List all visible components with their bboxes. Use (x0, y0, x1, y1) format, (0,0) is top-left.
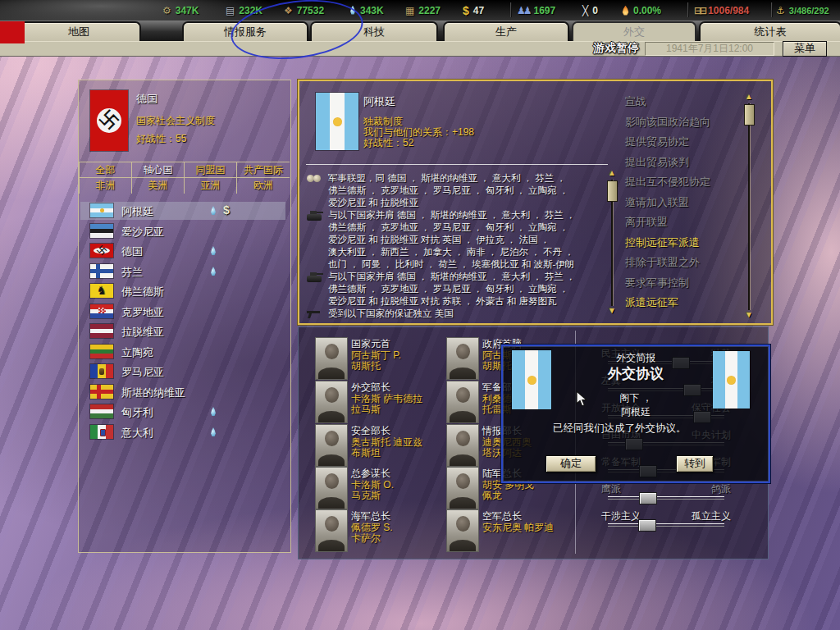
country-row-lithuania[interactable]: 立陶宛 (80, 343, 285, 361)
filter-asia[interactable]: 亚洲 (184, 177, 236, 194)
croatia-flag (90, 304, 113, 318)
minister-portrait[interactable] (446, 509, 479, 552)
main-tab-bar: 地图 情报服务 科技 生产 外交 统计表 (0, 21, 840, 41)
minister-portrait[interactable] (315, 337, 348, 380)
scroll-up-icon[interactable]: ▲ (743, 92, 755, 102)
action-send-expeditionary[interactable]: 派遣远征军 (625, 295, 748, 310)
tab-statistics[interactable]: 统计表 (699, 21, 840, 41)
relations-line: 爱沙尼亚 和 拉脱维亚 对抗 苏联 ， 外蒙古 和 唐努图瓦 (328, 295, 607, 308)
action-invite-to-alliance[interactable]: 邀请加入联盟 (625, 195, 748, 210)
action-declare-war[interactable]: 宣战 (625, 94, 748, 109)
filter-allies[interactable]: 同盟国 (184, 162, 236, 178)
minister-name: 拉马斯 (351, 403, 381, 417)
scrollbar-track[interactable] (748, 103, 750, 310)
romania-flag (90, 364, 113, 378)
resource-manpower: ♟♟1697 (517, 3, 555, 17)
country-row-flanders[interactable]: 佛兰德斯 (80, 282, 285, 300)
minister-portrait[interactable] (446, 381, 479, 423)
slider-track[interactable] (608, 523, 724, 527)
scandinavia-flag (90, 385, 113, 399)
country-row-hungary[interactable]: 匈牙利 (80, 403, 285, 421)
minister-name: 布斯坦 (351, 446, 381, 460)
relations-line: 佛兰德斯 ， 克罗地亚 ， 罗马尼亚 ， 匈牙利 ， 立陶宛 ， (328, 283, 607, 295)
slider-left-label: 鹰派 (601, 482, 621, 496)
filter-europe[interactable]: 欧洲 (236, 177, 290, 194)
country-row-argentina[interactable]: 阿根廷 $ (80, 202, 285, 220)
action-influence-politics[interactable]: 影响该国政治趋向 (625, 115, 748, 130)
action-control-expeditionary[interactable]: 控制远征军派遣 (625, 235, 748, 250)
action-offer-trade[interactable]: 提供贸易协定 (625, 135, 748, 149)
tab-production[interactable]: 生产 (443, 21, 569, 41)
slider-handle[interactable] (639, 492, 657, 504)
relations-line: 爱沙尼亚 和 拉脱维亚 (328, 197, 607, 209)
action-expel-from-alliance[interactable]: 排除于联盟之外 (625, 255, 748, 270)
resource-escorts: ⚓3/486/292 (776, 3, 829, 17)
minister-portrait[interactable] (446, 337, 479, 380)
relations-line: 受到以下国家的保证独立 美国 (328, 308, 607, 320)
convoy-icon (210, 427, 217, 437)
scroll-down-icon[interactable]: ▼ (606, 306, 618, 316)
action-leave-alliance[interactable]: 离开联盟 (625, 215, 748, 230)
action-trade-negotiation[interactable]: 提出贸易谈判 (625, 155, 748, 170)
menu-button[interactable]: 菜单 (783, 41, 827, 57)
country-row-germany[interactable]: 德国 (80, 242, 285, 260)
goto-button[interactable]: 转到 (676, 455, 714, 472)
slider-track[interactable] (608, 496, 724, 500)
resource-bar: ⚙347K ▤232K ❖77532 343K ▦2227 $47 ♟♟1697… (0, 0, 840, 21)
filter-africa[interactable]: 非洲 (79, 177, 131, 194)
minister-portrait[interactable] (315, 381, 348, 423)
player-belligerence: 好战性：55 (136, 132, 186, 146)
resource-transports: ⊟⊟1006/984 (694, 3, 749, 17)
filter-all[interactable]: 全部 (79, 162, 131, 178)
divider (771, 2, 772, 17)
convoy-icon (210, 267, 217, 276)
estonia-flag (90, 224, 113, 238)
convoy-icon (210, 206, 217, 216)
country-row-estonia[interactable]: 爱沙尼亚 (80, 222, 285, 240)
country-row-romania[interactable]: 罗马尼亚 (80, 363, 285, 381)
filter-axis[interactable]: 轴心国 (131, 162, 184, 178)
scroll-down-icon[interactable]: ▼ (743, 310, 755, 320)
relations-line: 佛兰德斯 ， 克罗地亚 ， 罗马尼亚 ， 匈牙利 ， 立陶宛 ， (328, 221, 607, 234)
minister-portrait[interactable] (315, 424, 348, 467)
minister-portrait[interactable] (315, 509, 348, 552)
relations-line: 爱沙尼亚 和 拉脱维亚 对抗 英国 ， 伊拉克 ， 法国 ， (328, 234, 607, 246)
scrollbar-handle[interactable] (607, 180, 618, 202)
diplomatic-influence-icon: ╳ (582, 6, 588, 16)
filter-americas[interactable]: 美洲 (131, 177, 184, 194)
selected-country-name: 阿根廷 (363, 94, 395, 109)
relations-line: 佛兰德斯 ， 克罗地亚 ， 罗马尼亚 ， 匈牙利 ， 立陶宛 ， (328, 185, 607, 197)
alliance-icon (307, 175, 322, 183)
shield-corner-chip (0, 21, 25, 43)
tab-map[interactable]: 地图 (16, 21, 141, 41)
minister-portrait[interactable] (446, 424, 479, 467)
slider-intervention-isolation: 干涉主义 孤立主义 (601, 509, 731, 534)
scrollbar-handle[interactable] (744, 104, 755, 126)
country-row-finland[interactable]: 芬兰 (80, 262, 285, 281)
finland-flag (90, 264, 113, 278)
slider-left-label: 干涉主义 (601, 509, 641, 523)
game-screen: ⚙347K ▤232K ❖77532 343K ▦2227 $47 ♟♟1697… (0, 0, 840, 630)
resource-money: $47 (463, 3, 484, 17)
at-war-icon (307, 214, 322, 221)
country-row-scandinavia[interactable]: 斯堪的纳维亚 (80, 383, 285, 401)
country-row-croatia[interactable]: 克罗地亚 (80, 303, 285, 321)
action-non-aggression-pact[interactable]: 提出互不侵犯协定 (625, 175, 748, 189)
lithuania-flag (90, 345, 113, 358)
italy-flag (90, 425, 113, 439)
minister-portrait[interactable] (446, 467, 479, 509)
minister-name: 马克斯 (351, 489, 381, 503)
ok-button[interactable]: 确定 (546, 455, 596, 472)
transports-icon: ⊟⊟ (694, 6, 704, 16)
minister-portrait[interactable] (315, 467, 348, 509)
filter-comintern[interactable]: 共产国际 (236, 162, 290, 178)
money-icon: $ (463, 6, 469, 16)
energy-icon: ⚙ (162, 6, 171, 16)
argentina-flag-large (316, 93, 358, 150)
action-demand-military-control[interactable]: 要求军事控制 (625, 276, 748, 290)
tab-diplomacy[interactable]: 外交 (572, 21, 696, 43)
country-row-latvia[interactable]: 拉脱维亚 (80, 322, 285, 340)
slider-handle[interactable] (638, 519, 656, 532)
country-row-italy[interactable]: 意大利 (80, 423, 285, 441)
scroll-up-icon[interactable]: ▲ (606, 168, 618, 178)
